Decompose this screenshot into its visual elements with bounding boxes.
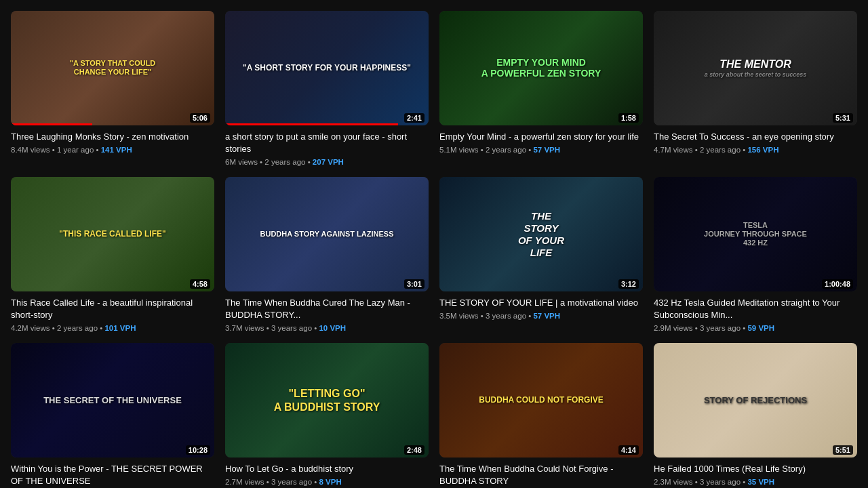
video-meta: 3.5M views • 3 years ago • 57 VPH xyxy=(439,312,643,320)
video-duration: 5:06 xyxy=(190,113,210,123)
video-title: The Secret To Success - an eye opening s… xyxy=(654,131,857,143)
thumbnail-container: "A STORY THAT COULD CHANGE YOUR LIFE"5:0… xyxy=(11,11,214,125)
video-info: He Failed 1000 Times (Real Life Story)2.… xyxy=(654,463,857,486)
video-card-1[interactable]: "A STORY THAT COULD CHANGE YOUR LIFE"5:0… xyxy=(11,11,214,166)
video-title: Within You is the Power - THE SECRET POW… xyxy=(11,463,214,487)
video-info: 432 Hz Tesla Guided Meditation straight … xyxy=(654,297,857,332)
thumbnail-container: "A Short Story For Your Happiness"2:41 xyxy=(225,11,429,125)
video-meta: 6M views • 2 years ago • 207 VPH xyxy=(225,158,429,166)
thumbnail-bg: THE SECRET OF THE UNIVERSE xyxy=(11,343,214,458)
thumbnail-container: THE MENTORa story about the secret to su… xyxy=(654,11,857,125)
video-title: Three Laughing Monks Story - zen motivat… xyxy=(11,131,214,143)
video-meta: 4.2M views • 2 years ago • 101 VPH xyxy=(11,324,214,332)
video-card-3[interactable]: EMPTY YOUR MIND A POWERFUL ZEN STORY1:58… xyxy=(439,11,643,166)
thumbnail-text: "A Short Story For Your Happiness" xyxy=(239,59,415,77)
video-meta: 2.3M views • 3 years ago • 35 VPH xyxy=(654,478,857,486)
thumbnail-container: "LETTING GO" A BUDDHIST STORY2:48 xyxy=(225,343,429,458)
video-info: The Time When Buddha Cured The Lazy Man … xyxy=(225,297,429,332)
video-card-10[interactable]: "LETTING GO" A BUDDHIST STORY2:48How To … xyxy=(225,343,429,488)
thumbnail-container: STORY OF REJECTIONS5:51 xyxy=(654,343,857,458)
video-card-4[interactable]: THE MENTORa story about the secret to su… xyxy=(654,11,857,166)
video-duration: 4:14 xyxy=(618,445,639,455)
video-info: Three Laughing Monks Story - zen motivat… xyxy=(11,131,214,154)
thumbnail-subtitle: a story about the secret to success xyxy=(705,71,807,79)
video-duration: 1:58 xyxy=(618,113,639,123)
video-meta: 3.7M views • 3 years ago • 10 VPH xyxy=(225,324,429,332)
thumbnail-container: TESLA JOURNEY THROUGH SPACE 432 Hz1:00:4… xyxy=(654,177,857,291)
video-card-5[interactable]: "THIS RACE CALLED LIFE"4:58This Race Cal… xyxy=(11,177,214,332)
thumbnail-bg: EMPTY YOUR MIND A POWERFUL ZEN STORY xyxy=(439,11,643,125)
video-duration: 10:28 xyxy=(186,445,210,455)
thumbnail-text: THE SECRET OF THE UNIVERSE xyxy=(39,391,186,410)
thumbnail-bg: BUDDHA STORY AGAINST LAZINESS xyxy=(225,177,429,291)
thumbnail-text: "THIS RACE CALLED LIFE" xyxy=(55,225,170,243)
thumbnail-bg: BUDDHA COULD NOT FORGIVE xyxy=(439,343,643,458)
video-info: THE STORY OF YOUR LIFE | a motivational … xyxy=(439,297,643,320)
video-info: This Race Called Life - a beautiful insp… xyxy=(11,297,214,332)
video-info: Within You is the Power - THE SECRET POW… xyxy=(11,463,214,488)
video-card-7[interactable]: THE STORY OF YOUR LIFE3:12THE STORY OF Y… xyxy=(439,177,643,332)
video-title: The Time When Buddha Cured The Lazy Man … xyxy=(225,297,429,321)
progress-bar xyxy=(225,123,398,125)
thumbnail-container: THE STORY OF YOUR LIFE3:12 xyxy=(439,177,643,291)
vph-badge: 156 VPH xyxy=(747,146,778,154)
video-title: a short story to put a smile on your fac… xyxy=(225,131,429,155)
video-duration: 2:41 xyxy=(404,113,425,123)
video-info: Empty Your Mind - a powerful zen story f… xyxy=(439,131,643,154)
video-card-8[interactable]: TESLA JOURNEY THROUGH SPACE 432 Hz1:00:4… xyxy=(654,177,857,332)
video-info: How To Let Go - a buddhist story2.7M vie… xyxy=(225,463,429,486)
thumbnail-bg: "THIS RACE CALLED LIFE" xyxy=(11,177,214,291)
video-title: 432 Hz Tesla Guided Meditation straight … xyxy=(654,297,857,321)
vph-badge: 35 VPH xyxy=(747,478,774,486)
thumbnail-bg: "A Short Story For Your Happiness" xyxy=(225,11,429,125)
video-info: a short story to put a smile on your fac… xyxy=(225,131,429,166)
thumbnail-container: EMPTY YOUR MIND A POWERFUL ZEN STORY1:58 xyxy=(439,11,643,125)
thumbnail-text: STORY OF REJECTIONS xyxy=(700,391,811,410)
thumbnail-container: BUDDHA COULD NOT FORGIVE4:14 xyxy=(439,343,643,458)
video-info: The Secret To Success - an eye opening s… xyxy=(654,131,857,154)
video-meta: 2.9M views • 3 years ago • 59 VPH xyxy=(654,324,857,332)
thumbnail-text: BUDDHA COULD NOT FORGIVE xyxy=(475,391,608,409)
vph-badge: 207 VPH xyxy=(313,158,344,166)
thumbnail-text: THE STORY OF YOUR LIFE xyxy=(514,206,568,263)
thumbnail-text: TESLA JOURNEY THROUGH SPACE 432 Hz xyxy=(700,217,811,252)
thumbnail-text: "A STORY THAT COULD CHANGE YOUR LIFE" xyxy=(66,55,160,81)
video-duration: 4:58 xyxy=(190,279,210,289)
video-card-6[interactable]: BUDDHA STORY AGAINST LAZINESS3:01The Tim… xyxy=(225,177,429,332)
vph-badge: 59 VPH xyxy=(747,324,774,332)
thumbnail-container: "THIS RACE CALLED LIFE"4:58 xyxy=(11,177,214,291)
video-title: Empty Your Mind - a powerful zen story f… xyxy=(439,131,643,143)
video-meta: 5.1M views • 2 years ago • 57 VPH xyxy=(439,146,643,154)
video-title: How To Let Go - a buddhist story xyxy=(225,463,429,475)
vph-badge: 101 VPH xyxy=(104,324,136,332)
thumbnail-container: THE SECRET OF THE UNIVERSE10:28 xyxy=(11,343,214,458)
video-title: This Race Called Life - a beautiful insp… xyxy=(11,297,214,321)
video-duration: 3:01 xyxy=(404,279,425,289)
video-meta: 8.4M views • 1 year ago • 141 VPH xyxy=(11,146,214,154)
thumbnail-bg: THE MENTORa story about the secret to su… xyxy=(654,11,857,125)
thumbnail-text: "LETTING GO" A BUDDHIST STORY xyxy=(270,383,384,417)
video-meta: 4.7M views • 2 years ago • 156 VPH xyxy=(654,146,857,154)
video-duration: 1:00:48 xyxy=(822,279,853,289)
video-duration: 2:48 xyxy=(404,445,425,455)
video-card-9[interactable]: THE SECRET OF THE UNIVERSE10:28Within Yo… xyxy=(11,343,214,488)
video-card-2[interactable]: "A Short Story For Your Happiness"2:41a … xyxy=(225,11,429,166)
video-duration: 3:12 xyxy=(618,279,639,289)
video-duration: 5:31 xyxy=(833,113,853,123)
vph-badge: 57 VPH xyxy=(533,146,560,154)
vph-badge: 141 VPH xyxy=(101,146,132,154)
thumbnail-text: BUDDHA STORY AGAINST LAZINESS xyxy=(256,226,398,243)
vph-badge: 10 VPH xyxy=(319,324,346,332)
thumbnail-text: EMPTY YOUR MIND A POWERFUL ZEN STORY xyxy=(477,53,606,84)
video-title: He Failed 1000 Times (Real Life Story) xyxy=(654,463,857,475)
video-title: THE STORY OF YOUR LIFE | a motivational … xyxy=(439,297,643,309)
video-meta: 2.7M views • 3 years ago • 8 VPH xyxy=(225,478,429,486)
thumbnail-bg: "LETTING GO" A BUDDHIST STORY xyxy=(225,343,429,458)
thumbnail-container: BUDDHA STORY AGAINST LAZINESS3:01 xyxy=(225,177,429,291)
video-title: The Time When Buddha Could Not Forgive -… xyxy=(439,463,643,487)
video-card-12[interactable]: STORY OF REJECTIONS5:51He Failed 1000 Ti… xyxy=(654,343,857,488)
video-card-11[interactable]: BUDDHA COULD NOT FORGIVE4:14The Time Whe… xyxy=(439,343,643,488)
thumbnail-bg: TESLA JOURNEY THROUGH SPACE 432 Hz xyxy=(654,177,857,291)
video-info: The Time When Buddha Could Not Forgive -… xyxy=(439,463,643,488)
video-duration: 5:51 xyxy=(833,445,853,455)
